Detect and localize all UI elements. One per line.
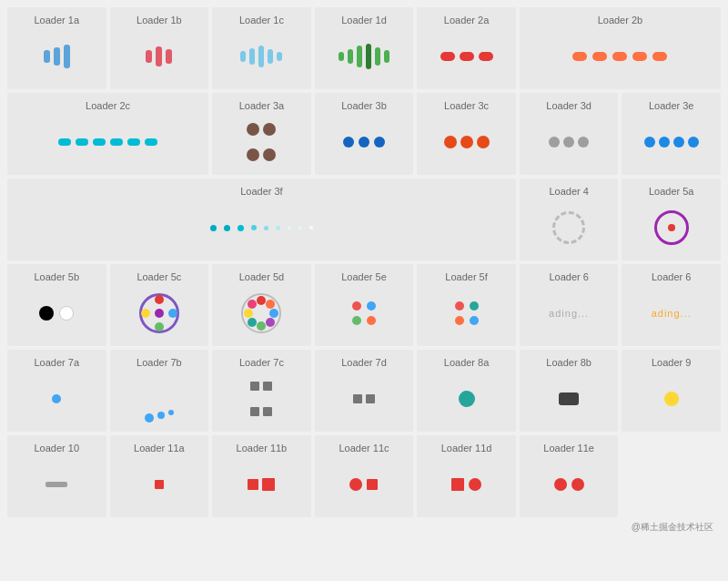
bar3 [64,45,70,68]
card-loader-1a: Loader 1a [7,7,106,89]
od4 [141,309,150,318]
visual [146,33,172,80]
card-loader-3e: Loader 3e [622,93,721,175]
visual: ading... [652,290,692,337]
visual [572,33,667,80]
dot2 [224,225,230,231]
oval2 [460,52,474,61]
dot6 [276,226,280,230]
visual [644,118,699,166]
sq1 [353,394,362,403]
dot3 [578,137,589,148]
orbit [241,293,281,333]
visual [440,33,493,80]
dashed-circle [552,211,585,244]
card-loader-7b: Loader 7b [110,350,209,432]
card-title: Loader 5c [136,271,181,282]
card-loader-3c: Loader 3c [417,93,516,175]
visual [353,375,375,423]
dot1 [664,392,679,406]
bar1 [339,52,344,61]
visual [248,461,275,508]
dot4 [263,148,276,161]
card-title: Loader 2b [598,15,643,25]
circle1 [349,478,362,491]
dot2 [59,306,74,321]
card-title: Loader 8b [546,357,592,368]
card-title: Loader 3a [239,100,285,111]
bar1 [146,50,152,63]
card-loader-7d: Loader 7d [315,350,414,432]
oval4 [632,52,647,61]
sq2 [263,382,272,391]
visual [58,118,157,166]
visual [139,290,179,337]
visual [549,118,589,166]
dot7 [288,226,291,229]
bar3 [258,46,264,67]
sq1 [451,478,464,491]
dot1 [343,137,354,148]
card-loader-8b: Loader 8b [520,350,619,432]
card-title: Loader 1c [239,15,284,25]
card-title: Loader 10 [35,443,80,454]
circle1 [459,391,475,407]
dot1 [210,225,217,231]
dot2 [460,136,473,148]
card-title: Loader 1d [341,15,387,25]
card-title: Loader 3f [240,186,282,197]
card-loader-3a: Loader 3a [212,93,311,175]
card-title: Loader 3b [341,100,387,111]
circle1 [469,478,481,491]
card-loader-3b: Loader 3b [315,93,414,175]
dot1 [247,123,259,136]
visual [343,118,385,166]
card-title: Loader 11e [543,443,594,454]
sq4 [263,407,272,416]
visual [46,461,67,508]
card-loader-11c: Loader 11c [315,435,414,517]
card-loader-1d: Loader 1d [315,7,414,89]
dot2 [157,412,165,419]
dots-grid [352,301,376,325]
dot3 [673,137,684,148]
visual [554,461,584,508]
bar3 [357,46,362,67]
card-title: Loader 7a [35,357,80,368]
card-title: Loader 4 [549,186,588,197]
dot3 [455,316,464,325]
oval3 [612,52,627,61]
dots-grid [455,301,479,325]
oval3 [479,52,493,61]
card-loader-8a: Loader 8a [417,350,516,432]
dot2 [563,137,574,148]
card-title: Loader 5a [649,186,694,197]
dot1 [145,413,154,423]
bar1 [240,51,246,62]
dot4 [688,137,699,148]
visual [145,375,174,423]
dot3 [168,410,174,415]
card-title: Loader 5f [445,271,487,282]
oval2 [592,52,607,61]
sq2 [262,478,275,491]
visual [210,204,313,251]
od1 [155,295,164,304]
ring [654,210,689,245]
dash3 [93,138,106,146]
card-loader-2a: Loader 2a [417,7,516,89]
card-title: Loader 8a [444,357,490,368]
visual [349,461,378,508]
oval5 [652,52,667,61]
bar3 [166,49,172,64]
dot9 [309,226,313,229]
card-loader-4: Loader 4 [520,178,619,260]
bar2 [249,48,255,65]
dot3 [238,225,244,231]
dot1 [644,137,655,148]
card-loader-2c: Loader 2c [7,93,208,175]
card-loader-5c: Loader 5c [110,264,209,346]
card-loader-5f: Loader 5f [417,264,516,346]
visual: ading... [549,290,589,337]
dot3 [352,316,361,325]
